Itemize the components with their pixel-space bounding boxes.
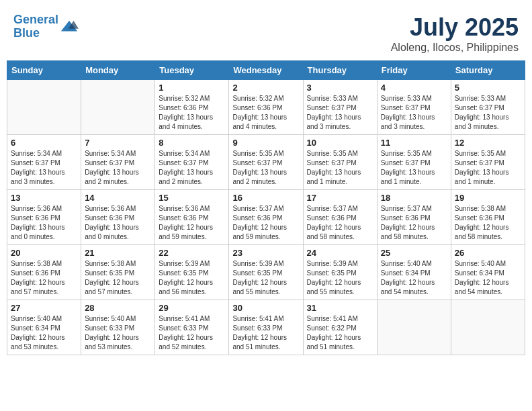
calendar-cell: 15Sunrise: 5:36 AM Sunset: 6:36 PM Dayli… xyxy=(155,190,229,245)
day-info: Sunrise: 5:39 AM Sunset: 6:35 PM Dayligh… xyxy=(307,259,373,297)
day-number: 6 xyxy=(11,138,77,148)
day-info: Sunrise: 5:33 AM Sunset: 6:37 PM Dayligh… xyxy=(455,94,521,132)
day-info: Sunrise: 5:32 AM Sunset: 6:36 PM Dayligh… xyxy=(159,94,225,132)
day-number: 31 xyxy=(307,303,373,313)
day-number: 13 xyxy=(11,193,77,203)
logo-text: GeneralBlue xyxy=(13,13,58,40)
day-number: 21 xyxy=(85,248,151,258)
weekday-header-saturday: Saturday xyxy=(451,61,525,80)
calendar-cell: 27Sunrise: 5:40 AM Sunset: 6:34 PM Dayli… xyxy=(7,300,81,355)
calendar-cell: 7Sunrise: 5:34 AM Sunset: 6:37 PM Daylig… xyxy=(81,135,155,190)
day-info: Sunrise: 5:36 AM Sunset: 6:36 PM Dayligh… xyxy=(11,204,77,242)
day-info: Sunrise: 5:37 AM Sunset: 6:36 PM Dayligh… xyxy=(232,204,299,242)
calendar-week-row: 1Sunrise: 5:32 AM Sunset: 6:36 PM Daylig… xyxy=(7,80,525,135)
calendar-cell: 12Sunrise: 5:35 AM Sunset: 6:37 PM Dayli… xyxy=(451,135,525,190)
calendar-cell xyxy=(451,300,525,355)
calendar-cell: 24Sunrise: 5:39 AM Sunset: 6:35 PM Dayli… xyxy=(303,245,377,300)
calendar-cell: 2Sunrise: 5:32 AM Sunset: 6:36 PM Daylig… xyxy=(229,80,303,135)
calendar-cell: 14Sunrise: 5:36 AM Sunset: 6:36 PM Dayli… xyxy=(81,190,155,245)
day-number: 4 xyxy=(381,83,447,93)
calendar-cell xyxy=(81,80,155,135)
day-number: 25 xyxy=(381,248,447,258)
day-info: Sunrise: 5:38 AM Sunset: 6:36 PM Dayligh… xyxy=(11,259,77,297)
day-info: Sunrise: 5:35 AM Sunset: 6:37 PM Dayligh… xyxy=(232,149,299,187)
calendar-cell: 26Sunrise: 5:40 AM Sunset: 6:34 PM Dayli… xyxy=(451,245,525,300)
day-info: Sunrise: 5:38 AM Sunset: 6:36 PM Dayligh… xyxy=(455,204,521,242)
day-number: 9 xyxy=(232,138,299,148)
calendar-week-row: 20Sunrise: 5:38 AM Sunset: 6:36 PM Dayli… xyxy=(7,245,525,300)
page-header: GeneralBlue July 2025 Aloleng, Ilocos, P… xyxy=(7,7,525,57)
calendar-week-row: 13Sunrise: 5:36 AM Sunset: 6:36 PM Dayli… xyxy=(7,190,525,245)
day-number: 12 xyxy=(455,138,521,148)
month-year-title: July 2025 xyxy=(391,13,519,42)
day-info: Sunrise: 5:41 AM Sunset: 6:32 PM Dayligh… xyxy=(307,314,373,352)
day-info: Sunrise: 5:41 AM Sunset: 6:33 PM Dayligh… xyxy=(159,314,225,352)
day-number: 15 xyxy=(159,193,225,203)
calendar-cell xyxy=(377,300,451,355)
calendar-cell xyxy=(7,80,81,135)
calendar-cell: 11Sunrise: 5:35 AM Sunset: 6:37 PM Dayli… xyxy=(377,135,451,190)
calendar-cell: 1Sunrise: 5:32 AM Sunset: 6:36 PM Daylig… xyxy=(155,80,229,135)
calendar-cell: 13Sunrise: 5:36 AM Sunset: 6:36 PM Dayli… xyxy=(7,190,81,245)
day-number: 11 xyxy=(381,138,447,148)
day-info: Sunrise: 5:37 AM Sunset: 6:36 PM Dayligh… xyxy=(381,204,447,242)
logo: GeneralBlue xyxy=(13,13,79,40)
calendar-cell: 17Sunrise: 5:37 AM Sunset: 6:36 PM Dayli… xyxy=(303,190,377,245)
day-number: 29 xyxy=(159,303,225,313)
day-number: 17 xyxy=(307,193,373,203)
day-number: 23 xyxy=(232,248,299,258)
weekday-header-friday: Friday xyxy=(377,61,451,80)
day-number: 14 xyxy=(85,193,151,203)
calendar-week-row: 27Sunrise: 5:40 AM Sunset: 6:34 PM Dayli… xyxy=(7,300,525,355)
day-info: Sunrise: 5:32 AM Sunset: 6:36 PM Dayligh… xyxy=(232,94,299,132)
calendar-cell: 31Sunrise: 5:41 AM Sunset: 6:32 PM Dayli… xyxy=(303,300,377,355)
day-number: 20 xyxy=(11,248,77,258)
day-info: Sunrise: 5:40 AM Sunset: 6:34 PM Dayligh… xyxy=(381,259,447,297)
calendar-cell: 3Sunrise: 5:33 AM Sunset: 6:37 PM Daylig… xyxy=(303,80,377,135)
day-number: 1 xyxy=(159,83,225,93)
calendar-cell: 5Sunrise: 5:33 AM Sunset: 6:37 PM Daylig… xyxy=(451,80,525,135)
day-info: Sunrise: 5:40 AM Sunset: 6:34 PM Dayligh… xyxy=(455,259,521,297)
day-info: Sunrise: 5:39 AM Sunset: 6:35 PM Dayligh… xyxy=(232,259,299,297)
day-number: 24 xyxy=(307,248,373,258)
day-number: 28 xyxy=(85,303,151,313)
weekday-header-tuesday: Tuesday xyxy=(155,61,229,80)
logo-icon xyxy=(60,17,79,36)
day-info: Sunrise: 5:40 AM Sunset: 6:34 PM Dayligh… xyxy=(11,314,77,352)
day-info: Sunrise: 5:36 AM Sunset: 6:36 PM Dayligh… xyxy=(159,204,225,242)
day-info: Sunrise: 5:34 AM Sunset: 6:37 PM Dayligh… xyxy=(11,149,77,187)
weekday-header-wednesday: Wednesday xyxy=(229,61,303,80)
day-number: 2 xyxy=(232,83,299,93)
day-info: Sunrise: 5:38 AM Sunset: 6:35 PM Dayligh… xyxy=(85,259,151,297)
calendar-cell: 23Sunrise: 5:39 AM Sunset: 6:35 PM Dayli… xyxy=(229,245,303,300)
day-number: 19 xyxy=(455,193,521,203)
calendar-cell: 21Sunrise: 5:38 AM Sunset: 6:35 PM Dayli… xyxy=(81,245,155,300)
day-number: 5 xyxy=(455,83,521,93)
day-number: 30 xyxy=(232,303,299,313)
day-info: Sunrise: 5:40 AM Sunset: 6:33 PM Dayligh… xyxy=(85,314,151,352)
day-number: 8 xyxy=(159,138,225,148)
day-number: 27 xyxy=(11,303,77,313)
calendar-cell: 28Sunrise: 5:40 AM Sunset: 6:33 PM Dayli… xyxy=(81,300,155,355)
calendar-cell: 29Sunrise: 5:41 AM Sunset: 6:33 PM Dayli… xyxy=(155,300,229,355)
day-info: Sunrise: 5:34 AM Sunset: 6:37 PM Dayligh… xyxy=(85,149,151,187)
calendar-cell: 6Sunrise: 5:34 AM Sunset: 6:37 PM Daylig… xyxy=(7,135,81,190)
calendar-cell: 9Sunrise: 5:35 AM Sunset: 6:37 PM Daylig… xyxy=(229,135,303,190)
calendar-cell: 22Sunrise: 5:39 AM Sunset: 6:35 PM Dayli… xyxy=(155,245,229,300)
title-block: July 2025 Aloleng, Ilocos, Philippines xyxy=(391,13,519,54)
calendar-table: SundayMondayTuesdayWednesdayThursdayFrid… xyxy=(7,60,525,355)
day-info: Sunrise: 5:41 AM Sunset: 6:33 PM Dayligh… xyxy=(232,314,299,352)
weekday-header-row: SundayMondayTuesdayWednesdayThursdayFrid… xyxy=(7,61,525,80)
calendar-cell: 8Sunrise: 5:34 AM Sunset: 6:37 PM Daylig… xyxy=(155,135,229,190)
calendar-cell: 19Sunrise: 5:38 AM Sunset: 6:36 PM Dayli… xyxy=(451,190,525,245)
day-info: Sunrise: 5:35 AM Sunset: 6:37 PM Dayligh… xyxy=(307,149,373,187)
day-number: 16 xyxy=(232,193,299,203)
day-info: Sunrise: 5:36 AM Sunset: 6:36 PM Dayligh… xyxy=(85,204,151,242)
day-number: 7 xyxy=(85,138,151,148)
day-number: 18 xyxy=(381,193,447,203)
day-info: Sunrise: 5:35 AM Sunset: 6:37 PM Dayligh… xyxy=(455,149,521,187)
calendar-week-row: 6Sunrise: 5:34 AM Sunset: 6:37 PM Daylig… xyxy=(7,135,525,190)
calendar-cell: 4Sunrise: 5:33 AM Sunset: 6:37 PM Daylig… xyxy=(377,80,451,135)
weekday-header-sunday: Sunday xyxy=(7,61,81,80)
weekday-header-monday: Monday xyxy=(81,61,155,80)
